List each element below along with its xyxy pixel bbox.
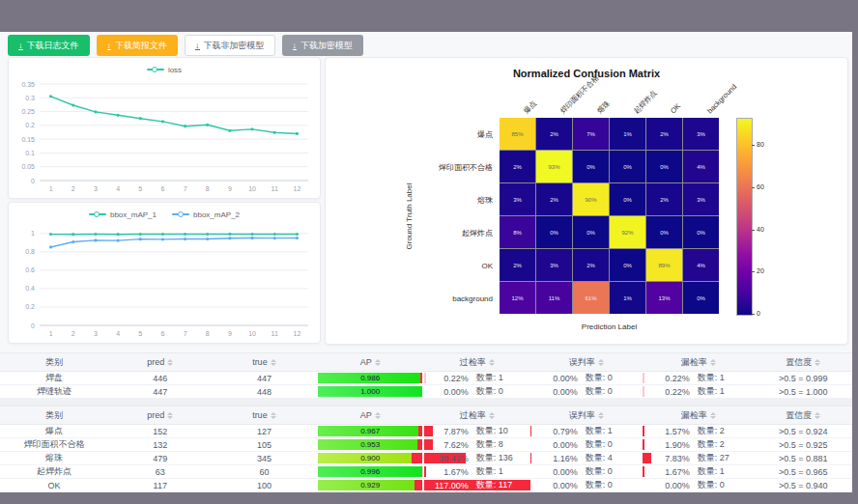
download-button-1[interactable]: ↓下载日志文件	[8, 35, 90, 56]
rate-cell: 1.90%数量: 2	[643, 438, 755, 451]
sort-icon[interactable]	[489, 359, 495, 366]
rate-count: 数量: 136	[476, 452, 529, 464]
confusion-matrix-panel: Normalized Confusion Matrix Prediction L…	[325, 57, 848, 345]
svg-text:7: 7	[184, 330, 187, 337]
column-header-pred[interactable]: pred	[108, 406, 213, 424]
matrix-cell: 2%	[646, 183, 682, 215]
column-header-置信度[interactable]: 置信度	[755, 353, 852, 371]
matrix-row-label: 爆点	[326, 128, 493, 139]
column-header-true[interactable]: true	[213, 353, 317, 371]
column-header-pred[interactable]: pred	[108, 353, 213, 371]
pred-count: 152	[108, 425, 213, 437]
column-header-AP[interactable]: AP	[316, 353, 424, 371]
svg-text:12: 12	[294, 330, 301, 337]
rate-value: 7.62%	[426, 440, 469, 450]
table-row: 焊盘4464470.9860.22%数量: 10.00%数量: 00.22%数量…	[0, 372, 852, 385]
rate-value: 0.00%	[647, 481, 690, 490]
table-row: 焊印面积不合格1321050.9537.62%数量: 80.00%数量: 01.…	[0, 438, 852, 452]
class-name: 焊印面积不合格	[0, 438, 108, 451]
sort-icon[interactable]	[271, 412, 276, 419]
matrix-cell: 0%	[610, 151, 645, 182]
column-header-过检率[interactable]: 过检率	[424, 406, 529, 424]
sort-icon[interactable]	[710, 359, 716, 366]
class-name: 熔珠	[0, 452, 108, 464]
download-button-4[interactable]: ↓下载加密模型	[282, 35, 364, 56]
ap-cell: 0.986	[316, 372, 424, 384]
true-count: 447	[213, 372, 317, 384]
rate-count: 数量: 0	[586, 372, 638, 384]
colorbar-tick	[752, 187, 755, 188]
rate-cell: 1.67%数量: 1	[424, 465, 529, 478]
pred-count: 132	[108, 438, 213, 451]
rate-value: 1.16%	[535, 454, 578, 463]
rate-value: 0.22%	[426, 374, 469, 383]
sort-icon[interactable]	[598, 359, 604, 366]
svg-text:11: 11	[272, 330, 278, 337]
column-header-AP[interactable]: AP	[316, 406, 424, 424]
rate-cell: 0.79%数量: 1	[530, 425, 643, 437]
confusion-matrix-grid: 85%2%7%1%2%3%2%93%0%0%0%4%3%2%90%0%2%3%8…	[500, 118, 719, 314]
rate-cell: 0.00%数量: 0	[530, 372, 643, 384]
svg-text:9: 9	[228, 330, 232, 337]
column-label: AP	[360, 410, 372, 420]
matrix-row-label: 焊印面积不合格	[326, 161, 493, 172]
svg-text:0.2: 0.2	[25, 122, 35, 128]
download-button-3[interactable]: ↓下载非加密模型	[185, 35, 275, 56]
legend-item-bbox_mAP_2[interactable]: bbox_mAP_2	[172, 210, 240, 219]
rate-count: 数量: 1	[586, 425, 638, 437]
rate-cell: 39.42%数量: 136	[424, 452, 529, 464]
matrix-row-label: 起焊炸点	[326, 227, 493, 238]
svg-text:0.6: 0.6	[25, 266, 35, 273]
column-header-置信度[interactable]: 置信度	[755, 406, 852, 424]
column-label: 置信度	[786, 356, 812, 369]
legend-label: loss	[168, 66, 182, 74]
legend-item-bbox_mAP_1[interactable]: bbox_mAP_1	[89, 210, 157, 219]
sort-icon[interactable]	[375, 412, 381, 419]
column-header-过检率[interactable]: 过检率	[424, 353, 529, 371]
rate-cell: 7.87%数量: 10	[424, 425, 529, 437]
rate-count: 数量: 1	[476, 372, 529, 384]
legend-marker-icon	[147, 66, 164, 73]
rate-bar	[643, 426, 644, 436]
column-label: true	[252, 410, 268, 420]
rate-cell: 0.00%数量: 0	[530, 385, 643, 398]
rate-value: 0.79%	[535, 427, 578, 436]
sort-icon[interactable]	[375, 359, 381, 366]
ap-cell: 0.967	[316, 425, 424, 437]
rate-value: 1.67%	[426, 467, 469, 477]
matrix-cell: 0%	[646, 216, 682, 248]
column-label: 置信度	[786, 409, 812, 422]
sort-icon[interactable]	[489, 412, 495, 419]
sort-icon[interactable]	[167, 359, 173, 366]
class-name: 焊缝轨迹	[0, 385, 108, 398]
column-header-误判率[interactable]: 误判率	[530, 353, 643, 371]
colorbar-tick	[752, 145, 755, 146]
matrix-cell: 3%	[536, 249, 572, 281]
legend-item-loss[interactable]: loss	[147, 66, 182, 74]
download-icon: ↓	[18, 42, 23, 50]
rate-count: 数量: 0	[586, 438, 638, 451]
matrix-cell: 2%	[536, 183, 572, 215]
column-header-漏检率[interactable]: 漏检率	[643, 406, 755, 424]
sort-icon[interactable]	[815, 359, 820, 366]
sort-icon[interactable]	[815, 412, 820, 419]
column-header-误判率[interactable]: 误判率	[530, 406, 643, 424]
sort-icon[interactable]	[710, 412, 716, 419]
column-label: 类别	[45, 409, 63, 422]
sort-icon[interactable]	[598, 412, 604, 419]
download-button-2[interactable]: ↓下载简报文件	[97, 35, 179, 56]
matrix-column-label: background	[705, 82, 732, 109]
confusion-matrix-title: Normalized Confusion Matrix	[326, 68, 847, 79]
sort-icon[interactable]	[271, 359, 276, 366]
sort-icon[interactable]	[167, 412, 173, 419]
ap-cell: 0.929	[316, 479, 424, 491]
rate-value: 0.00%	[535, 467, 578, 477]
download-icon: ↓	[195, 42, 200, 50]
rate-count: 数量: 8	[476, 438, 529, 451]
matrix-cell: 0%	[610, 183, 645, 215]
column-header-true[interactable]: true	[213, 406, 317, 424]
svg-text:0.2: 0.2	[25, 303, 35, 310]
matrix-cell: 3%	[683, 183, 719, 215]
column-header-漏检率[interactable]: 漏检率	[643, 353, 755, 371]
confidence-value: >0.5 = 1.000	[755, 385, 852, 398]
